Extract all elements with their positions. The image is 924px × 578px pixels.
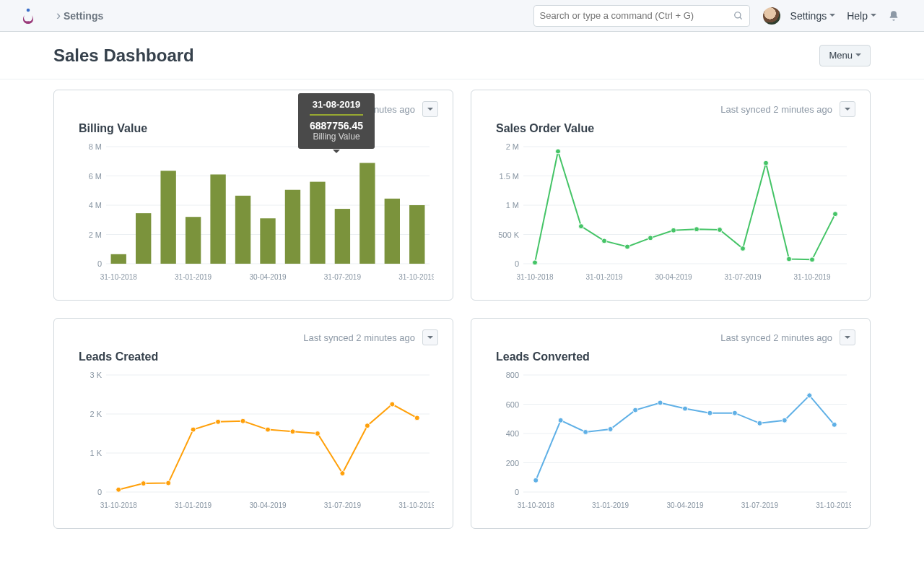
- svg-rect-26: [310, 182, 325, 264]
- svg-text:0: 0: [515, 259, 519, 268]
- svg-text:1 M: 1 M: [506, 201, 519, 210]
- svg-point-50: [625, 244, 630, 249]
- svg-point-80: [290, 429, 295, 434]
- chart-leads-created: 01 K2 K3 K31-10-201831-01-201930-04-2019…: [80, 371, 434, 514]
- svg-text:600: 600: [506, 400, 519, 409]
- svg-point-54: [718, 228, 723, 233]
- svg-point-49: [602, 238, 607, 243]
- svg-rect-19: [136, 213, 151, 264]
- card-title: Billing Value: [79, 122, 438, 135]
- dashboard-grid: Last synced 2 minutes ago Billing Value …: [0, 79, 924, 551]
- svg-point-112: [807, 393, 812, 398]
- chevron-down-icon: [845, 336, 850, 342]
- svg-text:31-07-2019: 31-07-2019: [741, 501, 779, 509]
- svg-rect-21: [186, 217, 201, 264]
- svg-text:4 M: 4 M: [89, 201, 102, 210]
- svg-text:31-01-2019: 31-01-2019: [585, 273, 623, 281]
- avatar[interactable]: [763, 7, 780, 25]
- sync-status: Last synced 2 minutes ago: [303, 104, 415, 115]
- svg-text:0: 0: [97, 488, 102, 496]
- card-menu-button[interactable]: [422, 329, 438, 345]
- svg-point-102: [558, 418, 563, 423]
- svg-text:1.5 M: 1.5 M: [499, 172, 519, 181]
- card-sales-order-value: Last synced 2 minutes ago Sales Order Va…: [471, 90, 871, 301]
- svg-text:31-01-2019: 31-01-2019: [175, 273, 212, 281]
- page-title: Sales Dashboard: [53, 46, 194, 66]
- page-menu-button[interactable]: Menu: [819, 45, 871, 66]
- svg-rect-29: [385, 199, 400, 264]
- svg-point-77: [216, 419, 221, 424]
- search-input-wrapper[interactable]: [533, 5, 750, 27]
- svg-text:31-07-2019: 31-07-2019: [324, 501, 362, 509]
- card-leads-created: Last synced 2 minutes ago Leads Created …: [53, 318, 453, 529]
- page-header: Sales Dashboard Menu: [0, 32, 924, 79]
- chevron-down-icon: [427, 108, 433, 113]
- svg-rect-25: [285, 190, 300, 264]
- svg-text:30-04-2019: 30-04-2019: [249, 273, 287, 281]
- brand-logo[interactable]: [0, 7, 56, 25]
- svg-rect-20: [160, 171, 175, 264]
- svg-point-83: [365, 423, 370, 428]
- svg-point-73: [116, 487, 121, 492]
- svg-point-103: [583, 429, 588, 434]
- help-menu[interactable]: Help: [847, 10, 876, 22]
- svg-point-75: [166, 480, 171, 486]
- svg-text:8 M: 8 M: [89, 142, 102, 151]
- chevron-down-icon: [829, 14, 835, 20]
- svg-text:30-04-2019: 30-04-2019: [666, 501, 704, 509]
- card-menu-button[interactable]: [840, 101, 855, 117]
- svg-point-113: [832, 422, 837, 427]
- svg-point-85: [414, 415, 419, 420]
- svg-text:200: 200: [506, 459, 519, 467]
- svg-point-56: [764, 160, 769, 165]
- breadcrumb[interactable]: Settings: [64, 10, 103, 22]
- svg-point-81: [315, 431, 320, 436]
- svg-point-106: [658, 400, 663, 405]
- svg-point-51: [648, 236, 653, 241]
- svg-text:30-04-2019: 30-04-2019: [249, 501, 287, 509]
- svg-text:31-07-2019: 31-07-2019: [324, 273, 362, 281]
- svg-point-84: [390, 402, 395, 407]
- svg-rect-30: [409, 205, 424, 264]
- svg-point-76: [191, 427, 196, 432]
- settings-menu[interactable]: Settings: [790, 10, 836, 22]
- svg-point-58: [810, 257, 815, 262]
- chevron-down-icon: [855, 53, 861, 59]
- bell-icon: [888, 10, 899, 22]
- svg-point-53: [694, 227, 699, 232]
- svg-point-59: [833, 212, 838, 217]
- card-menu-button[interactable]: [840, 329, 855, 345]
- svg-text:800: 800: [506, 371, 519, 379]
- svg-point-52: [671, 228, 676, 233]
- svg-rect-23: [235, 196, 250, 264]
- top-bar: › Settings Settings Help: [0, 0, 924, 32]
- chevron-down-icon: [845, 108, 850, 113]
- chevron-down-icon: [871, 14, 876, 20]
- svg-text:31-10-2018: 31-10-2018: [100, 273, 138, 281]
- svg-text:31-01-2019: 31-01-2019: [592, 501, 629, 509]
- notifications-button[interactable]: [888, 10, 899, 22]
- svg-point-55: [741, 246, 746, 251]
- svg-rect-28: [359, 163, 375, 264]
- svg-text:31-10-2018: 31-10-2018: [516, 273, 554, 281]
- svg-point-110: [757, 420, 762, 426]
- svg-point-82: [340, 471, 345, 476]
- search-input[interactable]: [540, 10, 733, 21]
- chevron-right-icon: ›: [56, 8, 61, 23]
- svg-rect-18: [111, 254, 126, 264]
- svg-point-47: [556, 149, 561, 154]
- svg-text:31-10-2019: 31-10-2019: [398, 501, 434, 509]
- svg-text:30-04-2019: 30-04-2019: [655, 273, 692, 281]
- search-icon: [733, 11, 744, 21]
- chart-sales-order-value: 0500 K1 M1.5 M2 M31-10-201831-01-201930-…: [497, 142, 851, 285]
- svg-line-2: [739, 17, 741, 19]
- card-menu-button[interactable]: [422, 101, 438, 117]
- svg-point-104: [608, 426, 613, 431]
- svg-point-101: [533, 478, 539, 483]
- svg-point-105: [633, 407, 638, 413]
- chart-leads-converted: 020040060080031-10-201831-01-201930-04-2…: [497, 371, 851, 514]
- svg-text:6 M: 6 M: [89, 172, 102, 181]
- svg-text:400: 400: [506, 429, 519, 438]
- svg-point-57: [787, 256, 792, 262]
- svg-text:500 K: 500 K: [498, 230, 519, 239]
